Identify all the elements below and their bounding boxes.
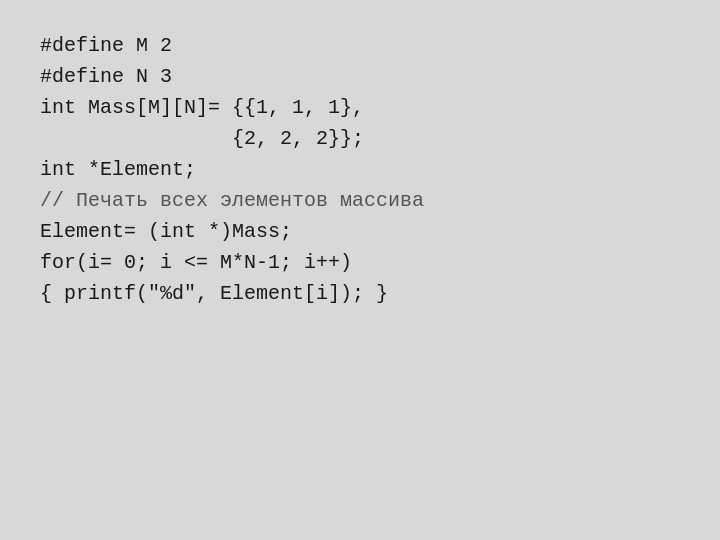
code-line-1: #define M 2 #define N 3 int Mass[M][N]= … — [40, 34, 424, 305]
code-block: #define M 2 #define N 3 int Mass[M][N]= … — [40, 30, 690, 309]
code-container: #define M 2 #define N 3 int Mass[M][N]= … — [0, 0, 720, 540]
